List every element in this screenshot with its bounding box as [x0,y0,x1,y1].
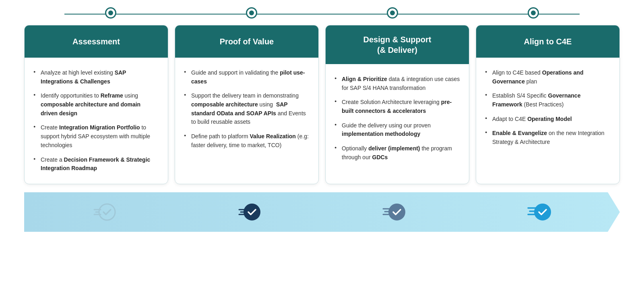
card-design-support: Design & Support(& Deliver) Align & Prio… [325,25,469,184]
card-body-design-support: Align & Prioritize data & integration us… [326,64,469,173]
svg-point-12 [535,204,551,220]
list-item: Create Integration Migration Portfolio t… [33,121,159,152]
banner-icon-2 [235,198,264,226]
card-body-align-c4e: Align to C4E based Operations and Govern… [476,58,619,158]
cards-row: Assessment Analyze at high level existin… [16,19,628,184]
timeline-dot-2 [246,7,257,19]
list-item: Adapt to C4E Operating Model [485,112,611,127]
svg-point-4 [244,204,260,220]
list-item: Guide the delivery using our proven impl… [334,119,460,141]
card-header-proof-of-value: Proof of Value [175,25,318,58]
card-body-proof-of-value: Guide and support in validating the pilo… [175,58,318,161]
card-align-c4e: Align to C4E Align to C4E based Operatio… [476,25,620,184]
list-item: Align to C4E based Operations and Govern… [485,66,611,89]
timeline-row [16,0,628,19]
timeline-dot-4 [528,7,539,19]
list-item: Align & Prioritize data & integration us… [334,72,460,95]
list-item: Optionally deliver (implement) the progr… [334,141,460,164]
list-item: Guide and support in validating the pilo… [184,66,310,89]
list-item: Establish S/4 Specific Governance Framew… [485,89,611,112]
list-item: Support the delivery team in demonstrati… [184,89,310,129]
banner-icon-4 [525,198,553,226]
card-header-design-support: Design & Support(& Deliver) [326,25,469,64]
svg-point-0 [99,204,115,220]
card-body-assessment: Analyze at high level existing SAP Integ… [25,58,168,184]
card-proof-of-value: Proof of Value Guide and support in vali… [175,25,319,184]
card-header-align-c4e: Align to C4E [476,25,619,58]
banner-icon-3 [380,198,409,226]
banner-icon-1 [91,198,119,226]
timeline-dot-3 [387,7,398,19]
list-item: Create Solution Architecture leveraging … [334,95,460,118]
list-item: Define path to platform Value Realizatio… [184,129,310,152]
card-assessment: Assessment Analyze at high level existin… [24,25,168,184]
page-wrapper: Assessment Analyze at high level existin… [0,0,644,232]
list-item: Analyze at high level existing SAP Integ… [33,66,159,89]
list-item: Identify opportunities to Reframe using … [33,89,159,121]
card-header-assessment: Assessment [25,25,168,58]
svg-point-8 [389,204,405,220]
list-item: Enable & Evangelize on the new Integrati… [485,126,611,149]
list-item: Create a Decision Framework & Strategic … [33,153,159,176]
timeline-dot-1 [105,7,116,19]
bottom-banner [24,192,620,232]
